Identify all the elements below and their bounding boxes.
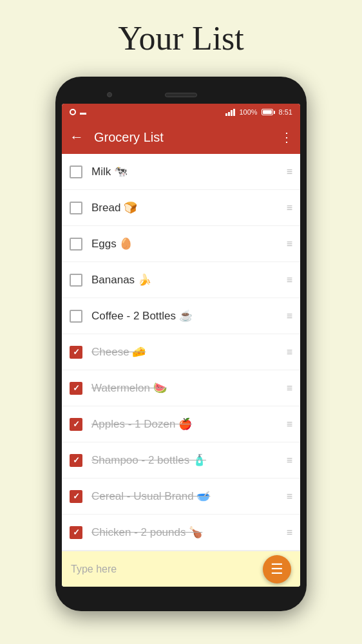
list-item-text: Chicken - 2 pounds 🍗 [91, 526, 281, 539]
list-item: Eggs 🥚≡ [62, 226, 300, 262]
drag-handle-icon[interactable]: ≡ [287, 346, 292, 358]
input-bar: Type here ☰ [62, 551, 300, 587]
list-item-checkbox[interactable]: ✓ [70, 454, 82, 467]
status-right: 100% 8:51 [225, 108, 292, 116]
list-item-text: Eggs 🥚 [91, 237, 281, 251]
list-item-text: Cereal - Usual Brand 🥣 [91, 489, 281, 503]
checkmark-icon: ✓ [73, 419, 80, 429]
list-item: ✓Apples - 1 Dozen 🍎≡ [62, 406, 300, 442]
status-left: ▬ [70, 109, 86, 116]
list-item-checkbox[interactable]: ✓ [70, 526, 82, 539]
toolbar-title: Grocery List [94, 130, 270, 145]
list-item: Bread 🍞≡ [62, 190, 300, 226]
list-item-checkbox[interactable]: ✓ [70, 346, 82, 359]
list-item: ✓Cereal - Usual Brand 🥣≡ [62, 478, 300, 515]
phone-speaker [165, 93, 197, 97]
list-item-text: Bananas 🍌 [91, 273, 281, 287]
list-item-checkbox[interactable] [70, 274, 82, 287]
list-item: ✓Cheese 🧀≡ [62, 334, 300, 370]
drag-handle-icon[interactable]: ≡ [287, 166, 292, 178]
list-item: Coffee - 2 Bottles ☕≡ [62, 298, 300, 334]
signal-icon [225, 108, 235, 116]
grocery-list: Milk 🐄≡Bread 🍞≡Eggs 🥚≡Bananas 🍌≡Coffee -… [62, 154, 300, 551]
checkmark-icon: ✓ [73, 455, 80, 465]
phone-screen: ▬ 100% 8:51 ← [62, 104, 300, 587]
list-item-checkbox[interactable] [70, 310, 82, 323]
list-item-checkbox[interactable] [70, 202, 82, 214]
list-item-checkbox[interactable]: ✓ [70, 490, 82, 503]
checkmark-icon: ✓ [73, 347, 80, 357]
drag-handle-icon[interactable]: ≡ [287, 455, 292, 466]
drag-handle-icon[interactable]: ≡ [287, 238, 292, 250]
phone-frame: ▬ 100% 8:51 ← [55, 77, 307, 611]
drag-handle-icon[interactable]: ≡ [287, 491, 292, 502]
list-item-checkbox[interactable] [70, 166, 82, 178]
list-item-text: Watermelon 🍉 [91, 381, 281, 395]
list-item-text: Bread 🍞 [91, 201, 281, 214]
more-menu-button[interactable]: ⋮ [280, 129, 292, 145]
battery-icon [262, 109, 275, 115]
list-item: Milk 🐄≡ [62, 154, 300, 190]
drag-handle-icon[interactable]: ≡ [287, 383, 292, 394]
drag-handle-icon[interactable]: ≡ [287, 310, 292, 322]
drag-handle-icon[interactable]: ≡ [287, 202, 292, 214]
checkmark-icon: ✓ [73, 491, 80, 501]
phone-top-bar [62, 86, 300, 104]
back-button[interactable]: ← [70, 129, 84, 146]
phone-camera [107, 92, 112, 97]
list-item: ✓Watermelon 🍉≡ [62, 370, 300, 406]
list-item-checkbox[interactable]: ✓ [70, 382, 82, 395]
checkmark-icon: ✓ [73, 527, 80, 537]
list-item: ✓Chicken - 2 pounds 🍗≡ [62, 515, 300, 551]
status-time: 8:51 [279, 108, 292, 116]
list-item-text: Apples - 1 Dozen 🍎 [91, 417, 281, 431]
list-item: Bananas 🍌≡ [62, 262, 300, 298]
list-item-text: Milk 🐄 [91, 165, 281, 178]
phone-bottom [62, 587, 300, 598]
add-icon: ☰ [271, 562, 283, 576]
battery-percent: 100% [239, 108, 257, 116]
status-circle-icon [70, 109, 76, 115]
page-title: Your List [118, 19, 244, 57]
add-item-button[interactable]: ☰ [263, 555, 291, 583]
drag-handle-icon[interactable]: ≡ [287, 419, 292, 430]
sim-icon: ▬ [80, 109, 86, 116]
drag-handle-icon[interactable]: ≡ [287, 274, 292, 286]
status-bar: ▬ 100% 8:51 [62, 104, 300, 120]
list-item-text: Shampoo - 2 bottles 🧴 [91, 453, 281, 467]
type-here-input[interactable]: Type here [71, 564, 263, 575]
checkmark-icon: ✓ [73, 383, 80, 393]
toolbar: ← Grocery List ⋮ [62, 120, 300, 154]
list-item-checkbox[interactable]: ✓ [70, 418, 82, 431]
list-item-checkbox[interactable] [70, 238, 82, 251]
drag-handle-icon[interactable]: ≡ [287, 527, 292, 538]
list-item-text: Coffee - 2 Bottles ☕ [91, 309, 281, 323]
list-item: ✓Shampoo - 2 bottles 🧴≡ [62, 442, 300, 478]
list-item-text: Cheese 🧀 [91, 345, 281, 359]
